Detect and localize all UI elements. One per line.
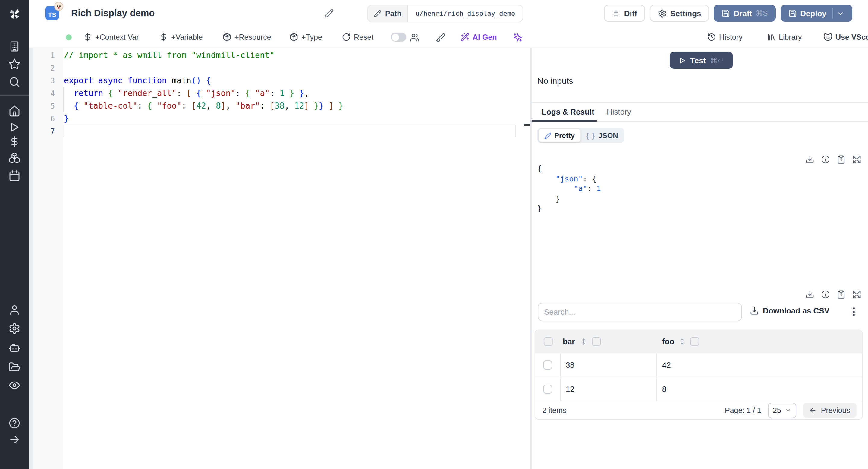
table-footer: 2 items Page: 1 / 1 25 Previous [535,402,862,419]
use-vscode-button[interactable]: Use VScode [824,27,868,48]
row-checkbox[interactable] [543,385,552,394]
wand-sparkles-icon [461,33,470,41]
toggle-switch[interactable] [391,33,406,41]
tab-history[interactable]: History [607,107,631,116]
download-icon[interactable] [805,290,814,299]
search-icon[interactable] [8,76,21,88]
robot-icon[interactable] [8,342,21,354]
sort-icon[interactable] [580,338,587,345]
add-context-var-button[interactable]: +Context Var [83,27,139,48]
clipboard-copy-icon[interactable] [837,290,846,299]
previous-page-button[interactable]: Previous [803,403,856,418]
previous-label: Previous [821,406,850,414]
chevron-down-icon [785,407,792,413]
test-shortcut: ⌘↵ [710,56,724,65]
format-code-button[interactable] [436,27,445,48]
column-toggle-checkbox-bar[interactable] [592,337,601,346]
boxes-icon[interactable] [8,152,21,164]
table-menu-button[interactable] [849,305,859,318]
settings-button[interactable]: Settings [650,5,709,22]
add-type-button[interactable]: +Type [289,27,322,48]
play-icon [678,56,686,64]
editor-code[interactable]: // import * as wmill from "windmill-clie… [63,48,530,469]
building-icon[interactable] [8,40,21,53]
paintbrush-icon [436,32,445,42]
sparkles-icon [513,32,523,42]
dollar-sign-icon [159,33,168,41]
page-indicator: Page: 1 / 1 [725,406,761,414]
diff-button[interactable]: Diff [604,5,645,22]
current-line-highlight [63,124,516,137]
editor-toolbar: +Context Var +Variable +Resource +Type R… [29,27,868,48]
test-button[interactable]: Test ⌘↵ [670,52,733,69]
search-input[interactable] [537,303,742,321]
diff-icon [612,9,621,18]
multiplayer-toggle[interactable] [391,27,406,48]
draft-button[interactable]: Draft ⌘S [714,5,776,22]
users-icon [410,32,420,42]
multiplayer-users-button[interactable] [410,27,420,48]
pretty-label: Pretty [554,131,575,139]
settings-gear-icon[interactable] [8,322,21,335]
result-table: bar foo 3842128 2 items Page: 1 / 1 25 [534,330,862,419]
page-size-select[interactable]: 25 [768,402,796,418]
view-mode-pretty[interactable]: Pretty [538,128,581,142]
info-circle-icon[interactable] [821,290,830,299]
tab-logs-result[interactable]: Logs & Result [541,107,594,116]
user-icon[interactable] [8,304,21,316]
reset-label: Reset [354,33,373,41]
activitybar-splitter[interactable] [29,48,33,469]
table-row[interactable]: 3842 [535,353,862,377]
add-variable-button[interactable]: +Variable [159,27,203,48]
expand-icon[interactable] [852,290,861,299]
select-all-checkbox[interactable] [544,337,553,346]
sort-icon[interactable] [678,338,686,345]
dollar-sign-icon[interactable] [8,136,21,148]
library-button[interactable]: Library [767,27,802,48]
clipboard-copy-icon[interactable] [837,155,846,164]
page-size-value: 25 [773,406,781,414]
header: TS Rich Display demo Path u/henri/rich_d… [29,0,868,27]
active-tab-underline [531,120,596,122]
path-value: u/henri/rich_display_demo [408,5,522,22]
sidebar-divider [0,95,29,96]
info-circle-icon[interactable] [821,155,830,164]
library-label: Library [779,33,802,41]
add-resource-button[interactable]: +Resource [222,27,271,48]
pencil-icon [374,10,381,18]
arrow-right-icon[interactable] [8,433,21,445]
path-button[interactable]: Path u/henri/rich_display_demo [367,5,523,22]
use-vscode-label: Use VScode [835,33,868,41]
calendar-icon[interactable] [8,169,21,182]
deploy-button[interactable]: Deploy [780,5,852,22]
row-checkbox[interactable] [543,361,552,370]
edit-title-pencil-icon[interactable] [324,8,334,18]
ai-gen-button[interactable]: AI Gen [461,27,497,48]
download-icon[interactable] [805,155,814,164]
play-icon[interactable] [8,121,21,133]
home-icon[interactable] [8,105,21,117]
ai-sparkles-button[interactable] [513,27,523,48]
chevron-down-icon[interactable] [837,9,844,17]
json-result: { "json": { "a": 1 }} [537,164,601,214]
code-editor: 1234567 // import * as wmill from "windm… [29,48,530,469]
table-row[interactable]: 128 [535,377,862,402]
download-csv-button[interactable]: Download as CSV [749,306,830,315]
view-mode-json[interactable]: { } JSON [581,129,624,142]
result-view-toggle[interactable]: Pretty { } JSON [537,128,625,143]
indent-guide [63,87,64,112]
windmill-logo-icon[interactable] [8,7,21,21]
arrow-left-icon [809,406,817,414]
help-circle-icon[interactable] [8,417,21,429]
star-icon[interactable] [8,58,21,70]
folder-open-icon[interactable] [8,361,21,373]
column-toggle-checkbox-foo[interactable] [690,337,699,346]
cell-bar: 38 [560,353,657,377]
reset-button[interactable]: Reset [342,27,373,48]
package-icon [289,33,299,41]
eye-icon[interactable] [8,379,21,391]
table-body: 3842128 [535,353,862,402]
history-button[interactable]: History [707,27,743,48]
package-icon [222,33,231,41]
expand-icon[interactable] [852,155,861,164]
